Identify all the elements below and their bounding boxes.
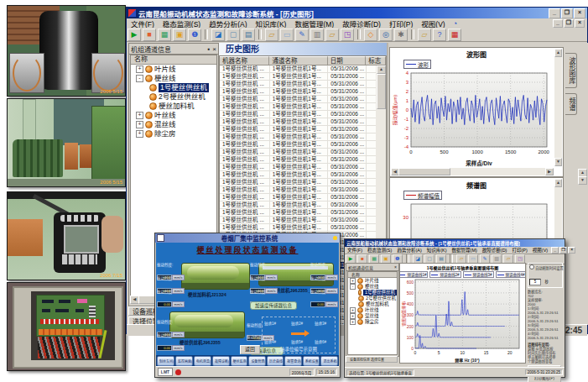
table-row[interactable]: 1号梗丝供丝机 ...1号梗丝供丝机1号...05/31/2006 ...1 [220, 217, 386, 224]
sensor-chip[interactable]: 振动烈度:0.00mm/s [157, 333, 185, 353]
menu-item[interactable]: 视图(V) [530, 247, 550, 254]
table-row[interactable]: 1号梗丝供丝机 ...1号梗丝供丝机1号...05/31/2006 ...1 [220, 156, 386, 164]
expand-icon[interactable]: + [136, 130, 143, 138]
tree-item[interactable]: +叶丝线 [131, 111, 216, 120]
mini-dock-header[interactable]: 机组通道信息 × [346, 264, 398, 271]
menu-item[interactable]: 趋势分析(A) [205, 18, 251, 29]
report-toolbar-button[interactable]: ▥ [310, 29, 324, 41]
table-row[interactable]: 1号梗丝供丝机 ...1号梗丝供丝机1号...05/31/2006 ...1 [220, 141, 386, 149]
column-header[interactable]: 通道名称 [269, 56, 327, 65]
start-toolbar-button[interactable]: ▶ [127, 29, 141, 41]
mini-bottom-tabs[interactable]: 设备巡检信息 选择位置 [346, 356, 398, 363]
tree-item[interactable]: 梗丝加料机 [348, 301, 397, 307]
stop-toolbar-button[interactable]: ■ [143, 29, 156, 41]
table-row[interactable]: 1号梗丝供丝机 ...1号梗丝供丝机1号...05/31/2006 ...1 [220, 81, 386, 88]
knowledge-toolbar-button[interactable]: ❶ [188, 29, 201, 41]
menu-item[interactable]: 数据管理(M) [450, 247, 480, 254]
dock-header[interactable]: 机组通道信息 ▪ × [129, 44, 218, 55]
table-row[interactable]: 1号梗丝供丝机 ...1号梗丝供丝机1号...05/31/2006 ...1 [220, 149, 386, 156]
menu-item[interactable]: 打印(P) [509, 247, 529, 254]
expand-icon[interactable]: + [136, 121, 143, 128]
menu-item[interactable]: 稳态监测(S) [159, 18, 205, 29]
collapse-icon[interactable]: - [350, 284, 356, 290]
tree-item[interactable]: +混丝线 [348, 313, 397, 319]
expand-icon[interactable]: + [350, 319, 356, 325]
export-toolbar-button[interactable]: ▱ [418, 29, 431, 41]
taskbar-button[interactable]: 退出系统(E) [320, 356, 338, 366]
pin-icon[interactable]: ▪ [207, 45, 210, 53]
dock-close-icon[interactable]: × [212, 45, 216, 53]
clock-menu-icon[interactable]: ◔ [453, 19, 457, 28]
tree-item[interactable]: 2号梗丝供丝机 [348, 296, 397, 301]
table-row[interactable]: 1号梗丝供丝机 ...1号梗丝供丝机1号...05/31/2006 ...1 [220, 133, 386, 141]
menu-item[interactable]: 稳态监测(S) [365, 247, 394, 254]
mini-title-bar[interactable]: 云南昆船振动机械状态监测和故障诊断系统 - [1号梗丝供丝机1号轴承垂直图谱排布… [345, 239, 565, 247]
tree-item[interactable]: +叶片线 [131, 65, 216, 74]
scada-title-bar[interactable]: 卷烟厂集中监控系统 [155, 233, 340, 243]
exit-toolbar-button[interactable]: ▦ [448, 29, 461, 41]
table-row[interactable]: 1号梗丝供丝机 ...1号梗丝供丝机1号...05/31/2006 ...1 [220, 126, 386, 133]
menu-item[interactable]: 故障诊断(D) [338, 18, 385, 29]
expand-icon[interactable]: + [350, 278, 356, 284]
sensor-chip[interactable]: 振动烈度:0.00mm/s [157, 290, 185, 309]
column-header[interactable]: 日期 [328, 56, 367, 65]
table-row[interactable]: 1号梗丝供丝机 ...1号梗丝供丝机1号...05/31/2006 ...1 [220, 171, 386, 179]
menu-item[interactable]: 文件(F) [345, 247, 365, 254]
table-row[interactable]: 1号梗丝供丝机 ...1号梗丝供丝机1号...05/31/2006 ...1 [220, 73, 386, 81]
search-toolbar-button[interactable]: ◎ [379, 29, 393, 41]
tree-item[interactable]: 1号梗丝供丝机 [131, 83, 216, 92]
column-header[interactable]: 机器名称 [220, 56, 269, 65]
table-row[interactable]: 1号梗丝供丝机 ...1号梗丝供丝机1号...05/31/2006 ...1 [220, 103, 386, 111]
tree-column-header[interactable]: 名称 [131, 55, 216, 65]
tree-item[interactable]: +除尘房 [348, 319, 397, 325]
taskbar-button[interactable]: 制丝车间(M) [157, 356, 174, 366]
expand-icon[interactable]: + [350, 313, 356, 319]
taskbar-button[interactable]: 故障诊断(Z) [212, 356, 229, 366]
radio-icon[interactable] [529, 264, 534, 269]
menu-item[interactable]: 故障诊断(D) [480, 247, 510, 254]
menu-item[interactable]: 知识库(K) [424, 247, 450, 254]
mini-mdi-restore[interactable]: ❐ [559, 247, 567, 254]
collapse-icon[interactable]: - [136, 75, 143, 82]
tree-item[interactable]: +混丝线 [131, 120, 216, 129]
table-row[interactable]: 1号梗丝供丝机 ...1号梗丝供丝机1号...05/31/2006 ...1 [220, 201, 386, 209]
mini-dock-close-icon[interactable]: × [394, 264, 397, 269]
edit-toolbar-button[interactable]: ✎ [295, 29, 309, 41]
mini-mdi-minimize[interactable]: _ [551, 247, 559, 254]
taskbar-button[interactable]: 监控画面(D) [175, 356, 193, 366]
refresh-interval-input[interactable]: 5 [529, 279, 541, 285]
taskbar-button[interactable]: 设备管理(S) [248, 356, 266, 366]
tree-item[interactable]: 梗丝加料机 [131, 102, 216, 111]
table-row[interactable]: 1号梗丝供丝机 ...1号梗丝供丝机1号...05/31/2006 ...1 [220, 224, 386, 232]
new-toolbar-button[interactable]: ▱ [265, 29, 278, 41]
menu-item[interactable]: 知识库(K) [252, 18, 291, 29]
expand-icon[interactable]: + [136, 65, 143, 73]
trend-toolbar-button[interactable]: ▣ [173, 29, 186, 41]
table-row[interactable]: 1号梗丝供丝机 ...1号梗丝供丝机1号...05/31/2006 ...1 [220, 111, 386, 118]
steady-monitor-toolbar-button[interactable]: ▦ [158, 29, 171, 41]
mdi-restore-button[interactable]: ❐ [564, 19, 574, 28]
waveform-hscrollbar[interactable]: ◀ ▶ [391, 168, 554, 175]
table-row[interactable]: 1号梗丝供丝机 ...1号梗丝供丝机1号...05/31/2006 ...1 [220, 118, 386, 126]
tree-item[interactable]: +叶片线 [348, 278, 397, 284]
main-title-bar[interactable]: 云南昆船振动机械状态监测和故障诊断系统 - [历史图形] _ ❐ × [127, 8, 587, 18]
expand-icon[interactable]: + [350, 307, 356, 313]
restore-button[interactable]: ❐ [561, 8, 573, 18]
waveform-vscrollbar[interactable]: ▲ ▼ [554, 49, 562, 166]
table-row[interactable]: 1号梗丝供丝机 ...1号梗丝供丝机1号...05/31/2006 ...1 [220, 88, 386, 96]
side-tab[interactable]: 频谱 [565, 93, 577, 115]
menu-item[interactable]: 打印(P) [385, 18, 417, 29]
tree-item[interactable]: -梗丝线 [131, 74, 216, 83]
mdi-minimize-button[interactable]: _ [553, 19, 563, 28]
menu-item[interactable]: 视图(V) [417, 18, 449, 29]
table-row[interactable]: 1号梗丝供丝机 ...1号梗丝供丝机1号...05/31/2006 ...1 [220, 186, 386, 194]
machine-feeder[interactable] [181, 263, 250, 290]
table-row[interactable]: 1号梗丝供丝机 ...1号梗丝供丝机1号...05/31/2006 ...1 [220, 65, 386, 73]
table-row[interactable]: 1号梗丝供丝机 ...1号梗丝供丝机1号...05/31/2006 ...1 [220, 164, 386, 171]
diamond-toolbar-button[interactable]: ◇ [364, 29, 377, 41]
tree-item[interactable]: +除尘房 [131, 129, 216, 139]
settings-toolbar-button[interactable]: ✱ [394, 29, 408, 41]
side-tab[interactable]: 波形图库 [565, 53, 577, 88]
mdi-close-button[interactable]: × [575, 19, 585, 28]
column-header[interactable]: 标志 [366, 56, 386, 65]
